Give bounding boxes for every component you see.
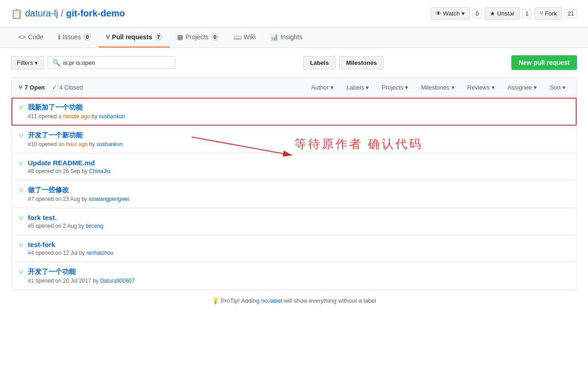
pr-meta-5: #5 opened on 2 Aug by tieceng bbox=[28, 223, 569, 229]
pr-author-1[interactable]: Datura900607 bbox=[100, 278, 135, 284]
protip-rest: will show everything without a label bbox=[284, 297, 376, 304]
tab-pull-requests[interactable]: ⑂ Pull requests 7 bbox=[99, 27, 170, 47]
pr-badge: 7 bbox=[154, 33, 163, 41]
pr-list-header: ⑂ 7 Open ✓ 4 Closed Author ▾ Labels ▾ Pr… bbox=[11, 78, 577, 98]
tab-wiki[interactable]: 📖 Wiki bbox=[226, 28, 263, 47]
repo-sep: / bbox=[61, 8, 63, 19]
pr-open-icon: ⑂ bbox=[19, 242, 23, 250]
pr-item-11: ⑂ 我新加了一个功能 #11 opened a minute ago by xu… bbox=[11, 98, 577, 126]
pr-title-4[interactable]: test-fork bbox=[28, 241, 569, 248]
search-input[interactable] bbox=[63, 59, 170, 66]
issues-icon: ℹ bbox=[58, 33, 60, 41]
pr-item-5: ⑂ fork test. #5 opened on 2 Aug by tiece… bbox=[11, 208, 577, 235]
watch-count: 0 bbox=[472, 9, 482, 18]
tab-projects-label: Projects bbox=[185, 33, 209, 41]
pr-author-8[interactable]: ChinaJiu bbox=[89, 168, 110, 174]
search-icon: 🔍 bbox=[52, 59, 60, 66]
milestones-dropdown[interactable]: Milestones ▾ bbox=[417, 82, 458, 93]
fork-label: Fork bbox=[545, 10, 557, 17]
watch-button[interactable]: 👁 Watch ▾ bbox=[430, 7, 470, 20]
pr-author-10[interactable]: xushankun bbox=[96, 141, 123, 147]
pr-title-7[interactable]: 做了一些修改 bbox=[28, 186, 569, 195]
tab-insights[interactable]: 📊 Insights bbox=[263, 28, 310, 47]
search-box[interactable]: 🔍 bbox=[47, 56, 175, 69]
chevron-icon: ▾ bbox=[534, 84, 537, 91]
chevron-icon: ▾ bbox=[331, 84, 334, 91]
pr-meta-7: #7 opened on 23 Aug by ioswangpengwei bbox=[28, 196, 569, 202]
repo-header: 📋 datura-lj / git-fork-demo 👁 Watch ▾ 0 … bbox=[0, 0, 588, 27]
projects-icon: ▦ bbox=[177, 33, 183, 41]
projects-badge: 0 bbox=[211, 33, 219, 41]
pr-open-icon: ⑂ bbox=[19, 104, 23, 112]
author-dropdown[interactable]: Author ▾ bbox=[308, 82, 337, 93]
pr-content-5: fork test. #5 opened on 2 Aug by tieceng bbox=[28, 214, 569, 229]
filter-left: Filters ▾ 🔍 bbox=[11, 56, 175, 69]
pr-title-5[interactable]: fork test. bbox=[28, 214, 569, 221]
tab-issues[interactable]: ℹ Issues 0 bbox=[51, 27, 99, 47]
chevron-icon: ▾ bbox=[492, 84, 495, 91]
unstar-label: Unstar bbox=[497, 10, 514, 17]
projects-dropdown[interactable]: Projects ▾ bbox=[378, 82, 412, 93]
repo-name[interactable]: git-fork-demo bbox=[66, 8, 125, 19]
tab-code[interactable]: <> Code bbox=[11, 28, 51, 47]
filter-center: Labels Milestones bbox=[303, 56, 383, 69]
milestones-button[interactable]: Milestones bbox=[339, 56, 383, 69]
protip-icon: 💡 bbox=[212, 297, 219, 304]
pr-content-11: 我新加了一个功能 #11 opened a minute ago by xush… bbox=[28, 103, 569, 120]
reviews-dropdown[interactable]: Reviews ▾ bbox=[464, 82, 499, 93]
pr-title-1[interactable]: 开发了一个功能 bbox=[28, 268, 569, 276]
chevron-icon: ▾ bbox=[405, 84, 408, 91]
pr-title-11[interactable]: 我新加了一个功能 bbox=[28, 103, 569, 112]
tab-projects[interactable]: ▦ Projects 0 bbox=[170, 27, 226, 47]
pr-open-icon: ⑂ bbox=[19, 160, 23, 168]
pr-item-8: ⑂ Update README.md #8 opened on 26 Sep b… bbox=[11, 153, 577, 180]
chevron-down-icon: ▾ bbox=[462, 10, 465, 17]
pr-author-4[interactable]: renhaizhou bbox=[86, 250, 113, 256]
open-count[interactable]: ⑂ 7 Open bbox=[19, 84, 45, 91]
labels-label: Labels bbox=[310, 59, 329, 66]
pr-title-10[interactable]: 开发了一个新功能 bbox=[28, 131, 569, 140]
pr-open-icon: ⑂ bbox=[19, 187, 23, 195]
pr-item-1: ⑂ 开发了一个功能 #1 opened on 20 Jul 2017 by Da… bbox=[11, 262, 577, 289]
pr-meta-1: #1 opened on 20 Jul 2017 by Datura900607 bbox=[28, 278, 569, 284]
sort-dropdown[interactable]: Sort ▾ bbox=[546, 82, 569, 93]
filters-button[interactable]: Filters ▾ bbox=[11, 56, 44, 69]
pr-content-10: 开发了一个新功能 #10 opened an hour ago by xusha… bbox=[28, 131, 569, 147]
pr-content-1: 开发了一个功能 #1 opened on 20 Jul 2017 by Datu… bbox=[28, 268, 569, 284]
fork-count: 21 bbox=[565, 9, 577, 18]
filter-label: Filters bbox=[17, 59, 33, 66]
pr-author-5[interactable]: tieceng bbox=[86, 223, 104, 229]
labels-dropdown[interactable]: Labels ▾ bbox=[343, 82, 373, 93]
pr-title-8[interactable]: Update README.md bbox=[28, 159, 569, 167]
repo-owner[interactable]: datura-lj bbox=[25, 8, 58, 19]
chevron-icon: ▾ bbox=[452, 84, 455, 91]
protip-link[interactable]: no:label bbox=[261, 297, 282, 304]
tab-code-label: Code bbox=[28, 33, 43, 41]
open-count-text: 7 Open bbox=[25, 84, 45, 91]
pr-meta-10: #10 opened an hour ago by xushankun bbox=[28, 141, 569, 147]
nav-tabs: <> Code ℹ Issues 0 ⑂ Pull requests 7 ▦ P… bbox=[0, 27, 588, 48]
pr-meta-8: #8 opened on 26 Sep by ChinaJiu bbox=[28, 168, 569, 174]
protip-text: ProTip! Adding bbox=[221, 297, 261, 304]
closed-count-text: 4 Closed bbox=[59, 84, 83, 91]
filter-bar: Filters ▾ 🔍 Labels Milestones New pull r… bbox=[0, 48, 588, 77]
pr-time-10: an hour ago bbox=[58, 141, 88, 147]
labels-button[interactable]: Labels bbox=[303, 56, 336, 69]
assignee-dropdown[interactable]: Assignee ▾ bbox=[504, 82, 541, 93]
pr-author-7[interactable]: ioswangpengwei bbox=[89, 196, 129, 202]
unstar-button[interactable]: ★ Unstar bbox=[485, 7, 520, 20]
tab-pr-label: Pull requests bbox=[112, 33, 152, 41]
pr-author-11[interactable]: xushankun bbox=[99, 113, 125, 120]
closed-count[interactable]: ✓ 4 Closed bbox=[52, 84, 83, 91]
repo-title: 📋 datura-lj / git-fork-demo bbox=[11, 8, 125, 19]
new-pull-request-button[interactable]: New pull request bbox=[511, 55, 577, 70]
eye-icon: 👁 bbox=[436, 10, 441, 17]
code-icon: <> bbox=[18, 33, 26, 41]
chevron-icon: ▾ bbox=[366, 84, 369, 91]
watch-label: Watch bbox=[443, 10, 460, 17]
pr-list-container: ⑂ 7 Open ✓ 4 Closed Author ▾ Labels ▾ Pr… bbox=[11, 77, 577, 290]
fork-button[interactable]: ⑂ Fork bbox=[535, 7, 562, 20]
pr-open-icon: ⑂ bbox=[19, 84, 22, 91]
fork-icon: ⑂ bbox=[540, 10, 543, 17]
tab-insights-label: Insights bbox=[280, 33, 302, 41]
